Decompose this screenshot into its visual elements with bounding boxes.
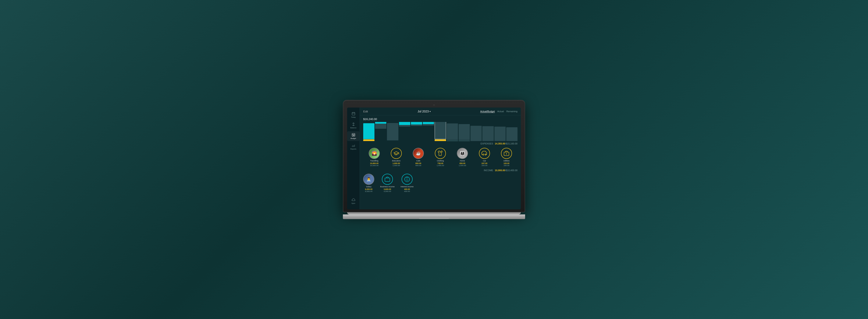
bar-cyan (423, 122, 434, 124)
clothing-budget: 1,400.00 (437, 164, 444, 167)
balance-icon (351, 122, 355, 126)
bar-cyan (411, 122, 422, 124)
salary-actual: 6,000.00 (365, 188, 372, 190)
income-business[interactable]: Business income 3,600.00 4,000.00 (380, 174, 395, 192)
sidebar-item-reports[interactable]: Reports (347, 142, 360, 152)
utilities-budget: 160.00 (503, 164, 509, 167)
chart-area: $16,240.00 (360, 115, 521, 141)
svg-rect-18 (385, 178, 390, 181)
category-car[interactable]: Car 247.00 200.00 (473, 148, 495, 167)
camera-dot (433, 104, 435, 106)
category-utilities[interactable]: Utilities 120.00 160.00 (495, 148, 518, 167)
business-actual: 3,600.00 (384, 188, 391, 190)
travelling-budget: 10,000.00 (370, 164, 378, 167)
salary-photo: 👨‍💼 (364, 174, 374, 184)
education-icon-wrap (391, 148, 402, 159)
clothing-actual: 738.00 (437, 162, 443, 164)
cloud-icon (351, 198, 355, 202)
current-bar (435, 122, 446, 139)
expenses-budget: $15,160.00 (506, 142, 518, 145)
calendar-icon (351, 112, 355, 116)
bar-group-1 (363, 123, 374, 141)
income-salary[interactable]: 👨‍💼 Salary 6,000.00 6,000.00 (363, 174, 374, 192)
travel-photo: 🌄 (369, 148, 379, 158)
travelling-label: Travelling (370, 160, 378, 162)
expenses-row: EXPENSES 14,355.00 / $15,160.00 (360, 141, 521, 146)
month-selector[interactable]: Jul 2023 ▾ (417, 110, 431, 113)
tab-actual[interactable]: Actual (497, 110, 504, 113)
utilities-icon (503, 150, 509, 156)
salary-budget: 6,000.00 (365, 190, 372, 192)
bar-group-2 (375, 122, 386, 141)
expenses-label: EXPENSES (480, 142, 493, 145)
tab-actual-budget[interactable]: Actual/Budget (480, 110, 495, 113)
expense-categories: 🌄 Travelling 10,800.00 10,000.00 (360, 146, 521, 168)
bar-cyan (375, 122, 386, 124)
clothing-icon-wrap (435, 148, 446, 159)
education-budget: 1,000.00 (393, 164, 400, 167)
sidebar-item-sync[interactable]: Sync (347, 196, 360, 206)
chevron-down-icon: ▾ (430, 110, 431, 113)
bar-dark (482, 126, 494, 141)
home-photo: 👨‍👩‍👧 (457, 148, 467, 158)
car-label: Car (483, 160, 486, 162)
income-interest[interactable]: Interest income 400.00 400.00 (401, 174, 414, 192)
category-travelling[interactable]: 🌄 Travelling 10,800.00 10,000.00 (363, 148, 385, 167)
svg-rect-8 (353, 135, 354, 136)
sidebar-sync-label: Sync (351, 202, 355, 204)
interest-budget: 400.00 (404, 190, 410, 192)
income-budget: $10,400.00 (506, 169, 518, 172)
cafe-icon-wrap: ☕ (413, 148, 424, 159)
bar-cyan (399, 122, 410, 125)
chart-amount: $16,240.00 (363, 117, 518, 121)
screen-bezel: Today Balance Budget (343, 100, 525, 212)
car-icon-wrap (479, 148, 490, 159)
education-label: Education (392, 160, 401, 162)
bar-dark (470, 126, 482, 141)
clothing-label: Clothing (437, 160, 444, 162)
bar-dark (494, 127, 506, 141)
category-cafe[interactable]: ☕ Cafe 800.00 900.00 (407, 148, 429, 167)
utilities-label: Utilities (503, 160, 509, 162)
sidebar-item-balance[interactable]: Balance (347, 121, 360, 130)
clothing-icon (437, 150, 443, 156)
category-clothing[interactable]: Clothing 738.00 1,400.00 (429, 148, 452, 167)
bar-yellow (363, 139, 374, 141)
utilities-icon-wrap (501, 148, 512, 159)
bar-group-4 (399, 122, 410, 141)
tab-remaining[interactable]: Remaining (506, 110, 518, 113)
interest-actual: 400.00 (404, 188, 410, 190)
home-actual: 650.00 (459, 162, 465, 164)
sidebar-today-label: Today (351, 116, 355, 118)
bar-dark (506, 127, 518, 141)
sidebar: Today Balance Budget (347, 108, 360, 209)
edit-button[interactable]: Edit (363, 110, 368, 113)
sidebar-item-today[interactable]: Today (347, 110, 360, 120)
cafe-photo: ☕ (413, 148, 424, 158)
bar-group-6 (423, 122, 434, 141)
bar-yellow-current (435, 139, 446, 141)
bar-group-10 (470, 126, 482, 141)
sidebar-item-budget[interactable]: Budget (347, 131, 360, 141)
interest-icon (404, 176, 410, 182)
bar-cyan (363, 123, 374, 139)
reports-icon (351, 144, 355, 147)
business-icon-wrap (382, 174, 393, 185)
view-tabs: Actual/Budget Actual Remaining (480, 110, 518, 113)
car-icon (482, 150, 487, 156)
category-home[interactable]: 👨‍👩‍👧 Home 650.00 1,500.00 (452, 148, 473, 167)
travelling-actual: 10,800.00 (370, 162, 378, 164)
expenses-actual: 14,355.00 (495, 142, 505, 145)
education-icon (393, 150, 399, 156)
budget-icon (351, 133, 355, 137)
income-row: INCOME 10,000.00 / $10,400.00 (360, 168, 521, 172)
interest-label: Interest income (401, 185, 414, 188)
income-categories: 👨‍💼 Salary 6,000.00 6,000.00 (360, 172, 521, 195)
category-education[interactable]: Education 1,000.00 1,000.00 (385, 148, 407, 167)
top-bar: Edit Jul 2023 ▾ Actual/Budget Actual Rem… (360, 108, 521, 115)
business-icon (384, 176, 390, 182)
bar-dark (459, 124, 470, 140)
income-actual: 10,000.00 (495, 169, 505, 172)
cafe-budget: 900.00 (415, 164, 421, 167)
home-label: Home (460, 160, 465, 162)
